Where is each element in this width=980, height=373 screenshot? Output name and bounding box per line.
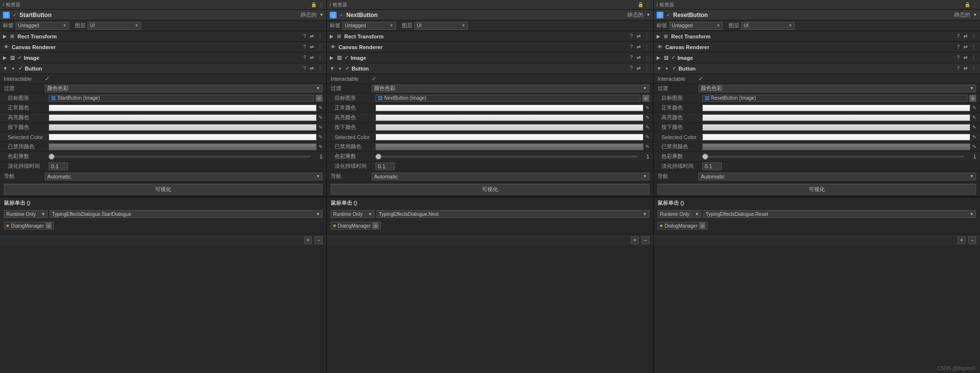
- tag-select[interactable]: Untagged▼: [16, 22, 69, 30]
- button-row[interactable]: ▼ ● ✓ Button ? ⇄ ⋮: [654, 63, 980, 74]
- object-name[interactable]: ResetButton: [673, 12, 708, 18]
- btn-align-btn[interactable]: ⇄: [962, 66, 968, 71]
- dots-menu[interactable]: ⋮: [972, 2, 977, 7]
- img-check[interactable]: ✓: [18, 54, 22, 61]
- pressed-color-edit[interactable]: ✎: [645, 124, 649, 130]
- target-graphic-pick-btn[interactable]: ◎: [316, 95, 322, 102]
- lock-icon[interactable]: 🔒: [311, 2, 317, 7]
- img-menu-btn[interactable]: ⋮: [317, 55, 323, 60]
- img-expand[interactable]: ▶: [3, 55, 7, 60]
- cr-info-btn[interactable]: ?: [956, 44, 961, 50]
- layer-select[interactable]: UI▼: [741, 22, 795, 30]
- interactable-checkbox[interactable]: ✓: [698, 75, 703, 82]
- selected-color-field[interactable]: [702, 134, 970, 141]
- disabled-color-edit[interactable]: ✎: [645, 144, 649, 149]
- object-target-btn[interactable]: ◎: [699, 223, 705, 229]
- highlight-color-field[interactable]: [702, 114, 970, 121]
- disabled-color-field[interactable]: [375, 143, 643, 150]
- expand-arrow[interactable]: ▶: [330, 34, 334, 39]
- visualize-btn[interactable]: 可视化: [658, 184, 976, 195]
- selected-color-field[interactable]: [375, 134, 643, 141]
- expand-arrow[interactable]: ▶: [3, 34, 7, 39]
- multiplier-thumb[interactable]: [49, 154, 54, 160]
- normal-color-edit[interactable]: ✎: [972, 105, 976, 110]
- object-check[interactable]: ✓: [13, 12, 17, 18]
- btn-expand[interactable]: ▼: [657, 66, 661, 71]
- multiplier-thumb[interactable]: [702, 154, 708, 160]
- object-ref[interactable]: ■ DialogManager ◎: [331, 222, 381, 230]
- multiplier-track[interactable]: [49, 156, 311, 158]
- lock-icon[interactable]: 🔒: [638, 2, 643, 7]
- nav-select[interactable]: Automatic▼: [45, 173, 322, 180]
- normal-color-edit[interactable]: ✎: [319, 105, 322, 110]
- btn-menu-btn[interactable]: ⋮: [317, 66, 323, 71]
- img-expand[interactable]: ▶: [330, 55, 334, 60]
- rect-transform-row[interactable]: ▶ ⊞ Rect Transform ? ⇄ ⋮: [327, 31, 653, 42]
- highlight-color-edit[interactable]: ✎: [645, 115, 649, 120]
- method-select[interactable]: TypingEffectsDialogue.Next▼: [376, 210, 649, 218]
- img-check[interactable]: ✓: [344, 54, 349, 61]
- target-graphic-field[interactable]: 🖼 NextButton (Image): [375, 95, 641, 102]
- align-btn[interactable]: ⇄: [962, 34, 968, 39]
- runtime-select[interactable]: Runtime Only▼: [658, 210, 701, 218]
- interactable-checkbox[interactable]: ✓: [45, 75, 50, 82]
- highlight-color-edit[interactable]: ✎: [972, 115, 976, 120]
- runtime-select[interactable]: Runtime Only▼: [4, 210, 48, 218]
- target-graphic-field[interactable]: 🖼 StartButton (Image): [49, 95, 314, 102]
- method-select[interactable]: TypingEffectsDialogue.StartDialogue▼: [50, 210, 322, 218]
- multiplier-value[interactable]: 1: [313, 154, 322, 160]
- status-dropdown[interactable]: ▼: [320, 13, 323, 17]
- btn-info-btn[interactable]: ?: [302, 66, 307, 71]
- visualize-btn[interactable]: 可视化: [331, 184, 649, 195]
- highlight-color-field[interactable]: [375, 114, 643, 121]
- btn-align-btn[interactable]: ⇄: [309, 66, 315, 71]
- img-info-btn[interactable]: ?: [956, 55, 961, 60]
- align-btn[interactable]: ⇄: [309, 34, 315, 39]
- multiplier-value[interactable]: 1: [640, 154, 649, 160]
- img-menu-btn[interactable]: ⋮: [970, 55, 977, 60]
- object-name[interactable]: NextButton: [346, 12, 378, 18]
- dots-menu[interactable]: ⋮: [319, 2, 323, 7]
- target-graphic-pick-btn[interactable]: ◎: [969, 95, 976, 102]
- pressed-color-field[interactable]: [49, 124, 317, 131]
- layer-select[interactable]: UI▼: [414, 22, 468, 30]
- info-btn[interactable]: ?: [302, 34, 307, 39]
- status-dropdown[interactable]: ▼: [646, 13, 650, 17]
- tag-select[interactable]: Untagged▼: [342, 22, 396, 30]
- img-menu-btn[interactable]: ⋮: [643, 55, 650, 60]
- fade-value[interactable]: 0.1: [702, 162, 722, 170]
- minus-btn[interactable]: −: [968, 236, 976, 244]
- highlight-color-edit[interactable]: ✎: [319, 115, 322, 120]
- cr-menu-btn[interactable]: ⋮: [643, 44, 650, 50]
- target-graphic-field[interactable]: 🖼 ResetButton (Image): [702, 95, 967, 102]
- visualize-btn[interactable]: 可视化: [4, 184, 322, 195]
- selected-color-edit[interactable]: ✎: [645, 134, 649, 140]
- transition-select[interactable]: 颜色色彩▼: [45, 85, 322, 92]
- image-row[interactable]: ▶ 🖼 ✓ Image ? ⇄ ⋮: [654, 53, 980, 63]
- normal-color-field[interactable]: [375, 105, 643, 111]
- info-btn[interactable]: ?: [956, 34, 961, 39]
- image-row[interactable]: ▶ 🖼 ✓ Image ? ⇄ ⋮: [0, 53, 326, 63]
- multiplier-thumb[interactable]: [375, 154, 381, 160]
- normal-color-field[interactable]: [702, 105, 970, 111]
- interactable-checkbox[interactable]: ✓: [372, 75, 376, 82]
- canvas-renderer-row[interactable]: 👁 Canvas Renderer ? ⇄ ⋮: [327, 42, 653, 53]
- multiplier-track[interactable]: [375, 156, 638, 158]
- btn-expand[interactable]: ▼: [3, 66, 8, 71]
- btn-expand[interactable]: ▼: [330, 66, 335, 71]
- transition-select[interactable]: 颜色色彩▼: [372, 85, 649, 92]
- dots-menu[interactable]: ⋮: [645, 2, 650, 7]
- cr-info-btn[interactable]: ?: [302, 44, 307, 50]
- disabled-color-edit[interactable]: ✎: [972, 144, 976, 149]
- selected-color-edit[interactable]: ✎: [972, 134, 976, 140]
- btn-info-btn[interactable]: ?: [629, 66, 634, 71]
- multiplier-track[interactable]: [702, 156, 964, 158]
- btn-align-btn[interactable]: ⇄: [636, 66, 641, 71]
- add-btn[interactable]: +: [631, 236, 639, 244]
- cr-align-btn[interactable]: ⇄: [962, 44, 968, 50]
- cr-align-btn[interactable]: ⇄: [636, 44, 641, 50]
- pressed-color-field[interactable]: [702, 124, 970, 131]
- fade-value[interactable]: 0.1: [375, 162, 395, 170]
- info-btn[interactable]: ?: [629, 34, 634, 39]
- disabled-color-edit[interactable]: ✎: [319, 144, 322, 149]
